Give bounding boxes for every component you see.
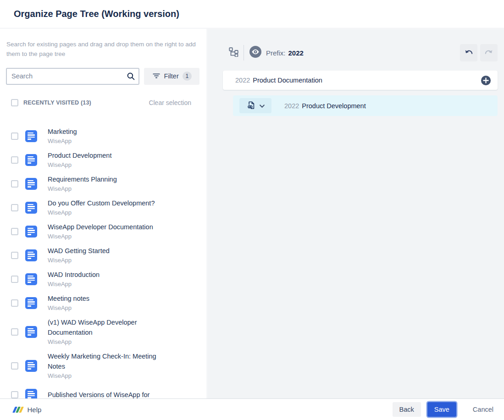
item-checkbox[interactable] xyxy=(11,328,18,336)
list-item[interactable]: Requirements PlanningWiseApp xyxy=(11,174,207,193)
prefix-label: Prefix: xyxy=(266,49,286,57)
page-icon xyxy=(25,178,37,190)
item-title: (v1) WAD WiseApp Developer Documentation xyxy=(48,319,137,336)
page-icon xyxy=(25,273,37,285)
item-title: Product Development xyxy=(48,152,111,159)
page-title: Organize Page Tree (Working version) xyxy=(14,9,179,19)
search-panel: Search for existing pages and drag and d… xyxy=(0,29,207,398)
item-space: WiseApp xyxy=(48,257,72,264)
filter-count-badge: 1 xyxy=(183,72,192,81)
item-checkbox[interactable] xyxy=(11,276,18,283)
item-checkbox[interactable] xyxy=(11,391,18,398)
item-title: WAD Getting Started xyxy=(48,247,110,254)
filter-icon xyxy=(152,72,161,81)
helper-text: Search for existing pages and drag and d… xyxy=(6,40,199,59)
list-item[interactable]: MarketingWiseApp xyxy=(11,127,207,146)
page-icon xyxy=(25,226,37,238)
list-item[interactable]: (v1) WAD WiseApp Developer Documentation… xyxy=(11,317,207,347)
item-space: WiseApp xyxy=(48,185,72,192)
list-item[interactable]: Weekly Marketing Check-In: Meeting Notes… xyxy=(11,351,207,381)
divider xyxy=(244,45,244,61)
list-item[interactable]: WiseApp Developer DocumentationWiseApp xyxy=(11,222,207,241)
node-title: Product Development xyxy=(302,102,366,110)
filter-label: Filter xyxy=(164,72,179,80)
item-checkbox[interactable] xyxy=(11,133,18,140)
item-space: WiseApp xyxy=(48,304,72,311)
list-header: RECENTLY VISITED (13) Clear selection xyxy=(11,99,191,106)
add-child-button[interactable] xyxy=(481,75,491,86)
document-link-icon xyxy=(247,101,255,111)
clear-selection-link[interactable]: Clear selection xyxy=(149,99,191,106)
tree-node-root[interactable]: 2022 Product Documentation xyxy=(223,71,498,90)
item-checkbox[interactable] xyxy=(11,156,18,164)
save-button[interactable]: Save xyxy=(427,402,456,417)
item-title: WAD Introduction xyxy=(48,271,100,278)
recently-visited-list: MarketingWiseApp Product DevelopmentWise… xyxy=(11,127,207,398)
item-title: Marketing xyxy=(48,128,77,135)
filter-button[interactable]: Filter 1 xyxy=(144,68,199,85)
page-link-dropdown-button[interactable] xyxy=(239,98,271,113)
page-icon xyxy=(25,360,37,372)
item-title: WiseApp Developer Documentation xyxy=(48,223,153,231)
page-icon xyxy=(25,202,37,214)
cancel-button[interactable]: Cancel xyxy=(466,402,494,417)
section-label: RECENTLY VISITED (13) xyxy=(23,99,91,106)
app-logo-icon xyxy=(14,407,22,413)
item-checkbox[interactable] xyxy=(11,362,18,370)
chevron-down-icon xyxy=(260,102,265,109)
item-title: Published Versions of WiseApp for xyxy=(48,391,150,398)
list-item[interactable]: Do you Offer Custom Development?WiseApp xyxy=(11,198,207,217)
search-row: Filter 1 xyxy=(6,68,199,85)
undo-button[interactable] xyxy=(460,44,477,61)
select-all-checkbox[interactable] xyxy=(11,99,18,106)
page-tree-icon xyxy=(229,47,238,59)
list-item[interactable]: Published Versions of WiseApp for xyxy=(11,385,207,398)
prefix-value: 2022 xyxy=(288,49,304,57)
list-item[interactable]: Product DevelopmentWiseApp xyxy=(11,150,207,170)
item-space: WiseApp xyxy=(48,281,72,287)
item-space: WiseApp xyxy=(48,233,72,240)
item-checkbox[interactable] xyxy=(11,228,18,235)
back-button[interactable]: Back xyxy=(393,402,421,417)
item-checkbox[interactable] xyxy=(11,252,18,259)
item-space: WiseApp xyxy=(48,161,72,168)
item-space: WiseApp xyxy=(48,138,72,144)
item-space: WiseApp xyxy=(48,338,72,345)
item-checkbox[interactable] xyxy=(11,180,18,188)
item-space: WiseApp xyxy=(48,209,72,216)
page-tree-panel: Prefix: 2022 2022 Product Documentation … xyxy=(208,29,504,398)
eye-icon[interactable] xyxy=(249,46,261,60)
node-prefix: 2022 xyxy=(235,77,250,84)
search-icon xyxy=(127,72,135,83)
dialog-footer: Help Back Save Cancel xyxy=(0,398,504,420)
list-item[interactable]: Meeting notesWiseApp xyxy=(11,293,207,313)
page-icon xyxy=(25,249,37,261)
page-icon xyxy=(25,326,37,338)
item-title: Meeting notes xyxy=(48,295,89,302)
redo-button[interactable] xyxy=(480,44,498,61)
page-icon xyxy=(25,130,37,142)
page-icon xyxy=(25,154,37,166)
node-prefix: 2022 xyxy=(284,102,299,110)
help-link[interactable]: Help xyxy=(14,406,41,414)
page-icon xyxy=(25,297,37,309)
search-box xyxy=(6,68,139,85)
tree-node-selected[interactable]: 2022 Product Development xyxy=(233,95,498,116)
item-checkbox[interactable] xyxy=(11,299,18,307)
dialog-header: Organize Page Tree (Working version) xyxy=(0,0,504,28)
item-title: Requirements Planning xyxy=(48,176,117,183)
tree-toolbar: Prefix: 2022 xyxy=(229,44,498,61)
help-label: Help xyxy=(28,406,42,414)
item-title: Do you Offer Custom Development? xyxy=(48,199,155,207)
search-input[interactable] xyxy=(6,68,139,85)
list-item[interactable]: WAD Getting StartedWiseApp xyxy=(11,246,207,265)
item-checkbox[interactable] xyxy=(11,204,18,211)
list-item[interactable]: WAD IntroductionWiseApp xyxy=(11,270,207,289)
item-space: WiseApp xyxy=(48,372,72,379)
page-icon xyxy=(25,389,37,398)
node-title: Product Documentation xyxy=(253,77,322,84)
item-title: Weekly Marketing Check-In: Meeting Notes xyxy=(48,353,156,370)
